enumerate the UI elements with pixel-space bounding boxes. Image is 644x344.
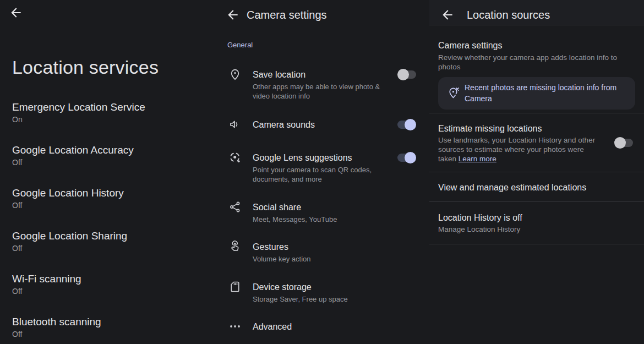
item-label: Google Location Sharing [12, 229, 203, 243]
item-label: Google Location History [12, 186, 203, 200]
divider [429, 113, 644, 113]
row-gestures[interactable]: Gestures Volume key action [215, 241, 429, 264]
arrow-left-icon [9, 12, 23, 21]
learn-more-link[interactable]: Learn more [459, 155, 496, 163]
location-missing-icon [447, 86, 461, 100]
row-subtitle: Other apps may be able to view photo & v… [253, 82, 395, 101]
estimate-missing-locations-subtitle: Use landmarks, your Location History and… [438, 135, 620, 163]
item-status: Off [12, 157, 203, 168]
list-item-google-location-accuracy[interactable]: Google Location Accuracy Off [12, 143, 203, 186]
row-save-location[interactable]: Save location Other apps may be able to … [215, 69, 429, 101]
camera-sounds-toggle[interactable] [397, 119, 416, 130]
back-button[interactable] [440, 8, 455, 22]
sd-card-icon [228, 280, 242, 293]
list-item-emergency-location-service[interactable]: Emergency Location Service On [12, 100, 203, 143]
row-label: Device storage [253, 281, 395, 293]
arrow-left-icon [226, 14, 240, 24]
item-status: On [12, 114, 203, 125]
row-google-lens-suggestions[interactable]: Google Lens suggestions Point your camer… [215, 152, 429, 184]
location-services-screen: Location services Emergency Location Ser… [0, 0, 215, 344]
location-services-list: Emergency Location Service On Google Loc… [12, 100, 203, 344]
row-social-share[interactable]: Social share Meet, Messages, YouTube [215, 201, 429, 224]
row-subtitle: Storage Saver, Free up space [253, 294, 395, 304]
row-label: Camera sounds [253, 119, 395, 130]
gesture-icon [228, 240, 242, 253]
item-label: Bluetooth scanning [12, 315, 203, 329]
item-label: Wi-Fi scanning [12, 272, 203, 286]
row-device-storage[interactable]: Device storage Storage Saver, Free up sp… [215, 281, 429, 304]
row-label: Google Lens suggestions [253, 152, 395, 163]
google-lens-icon [228, 151, 242, 164]
row-camera-sounds[interactable]: Camera sounds [215, 119, 429, 130]
back-button[interactable] [9, 6, 23, 20]
divider [429, 201, 644, 202]
divider [429, 244, 644, 244]
list-item-wifi-scanning[interactable]: Wi-Fi scanning Off [12, 272, 203, 315]
page-title: Camera settings [247, 8, 327, 22]
camera-settings-heading[interactable]: Camera settings [438, 40, 503, 51]
item-status: Off [12, 329, 203, 340]
item-label: Google Location Accuracy [12, 143, 203, 157]
location-history-subtitle: Manage Location History [438, 225, 520, 234]
banner-text: Recent photos are missing location info … [465, 83, 629, 104]
back-button[interactable] [226, 8, 240, 22]
location-pin-icon [228, 68, 242, 81]
row-subtitle: Point your camera to scan QR codes, docu… [253, 165, 395, 184]
list-item-bluetooth-scanning[interactable]: Bluetooth scanning Off [12, 315, 203, 344]
row-subtitle: Volume key action [253, 254, 395, 264]
volume-icon [228, 118, 242, 131]
row-advanced[interactable]: Advanced [215, 321, 429, 332]
toggle-thumb [397, 69, 409, 80]
location-history-title[interactable]: Location History is off [438, 212, 522, 223]
camera-settings-screen: Camera settings General Save location Ot… [215, 0, 429, 344]
view-manage-estimated-locations[interactable]: View and manage estimated locations [438, 182, 586, 193]
item-status: Off [12, 243, 203, 254]
missing-location-banner[interactable]: Recent photos are missing location info … [438, 77, 635, 110]
google-lens-toggle[interactable] [397, 152, 416, 163]
row-label: Gestures [253, 241, 395, 253]
estimate-missing-locations-toggle[interactable] [614, 137, 633, 149]
section-header: General [227, 40, 253, 50]
page-title: Location sources [467, 8, 550, 22]
list-item-google-location-sharing[interactable]: Google Location Sharing Off [12, 229, 203, 272]
page-title: Location services [12, 55, 159, 79]
item-label: Emergency Location Service [12, 100, 203, 114]
location-sources-screen: Location sources Camera settings Review … [429, 0, 644, 344]
divider [429, 172, 644, 172]
arrow-left-icon [440, 14, 455, 24]
row-label: Advanced [253, 321, 395, 332]
toggle-thumb [405, 119, 416, 130]
more-horiz-icon [228, 320, 242, 333]
row-subtitle: Meet, Messages, YouTube [253, 215, 395, 224]
list-item-google-location-history[interactable]: Google Location History Off [12, 186, 203, 229]
camera-settings-subtitle: Review whether your camera app adds loca… [438, 53, 617, 72]
item-status: Off [12, 286, 203, 297]
estimate-missing-locations-title[interactable]: Estimate missing locations [438, 123, 542, 134]
item-status: Off [12, 200, 203, 211]
save-location-toggle[interactable] [397, 69, 416, 80]
toggle-thumb [405, 152, 416, 163]
share-icon [228, 200, 242, 214]
row-label: Social share [253, 201, 395, 213]
toggle-thumb [614, 137, 626, 149]
row-label: Save location [253, 69, 395, 80]
